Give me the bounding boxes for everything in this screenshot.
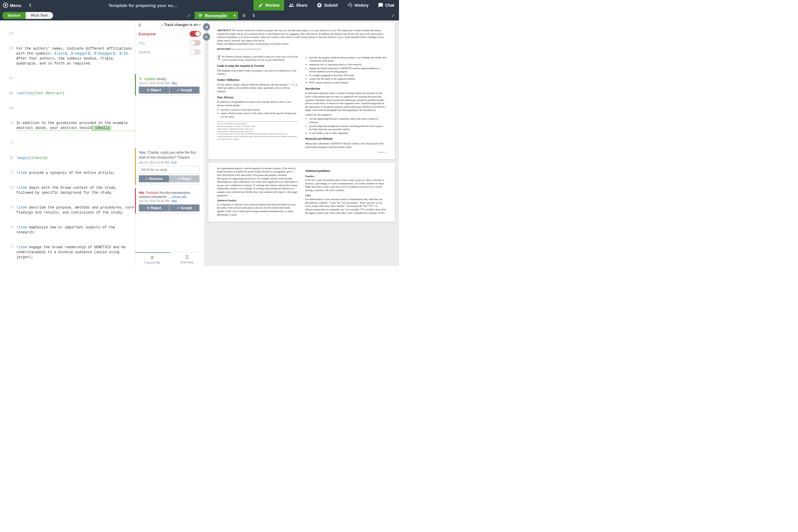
go-to-code-icon[interactable]: ➜ [203, 33, 210, 40]
source-tab[interactable]: Source [2, 12, 26, 19]
top-bar: Menu ⬆ Template for preparing your su… R… [0, 0, 399, 11]
expand-pdf-icon[interactable]: ⤢ [390, 13, 397, 18]
pdf-page-2: the experimental analysis could be repea… [208, 163, 395, 222]
editor-mode-pill: Source Rich Text [2, 12, 53, 19]
pdf-page-1: ABSTRACT The abstract should be written … [208, 22, 395, 159]
submit-button[interactable]: Submit [312, 0, 342, 11]
file-icon: 🗎 [150, 255, 155, 260]
history-button[interactable]: History [343, 0, 373, 11]
download-icon[interactable]: ⬇ [250, 13, 257, 18]
strike-icon: Ab [139, 190, 144, 195]
pdf-viewer[interactable]: ABSTRACT The abstract should be written … [204, 20, 399, 266]
comment-reply-input[interactable] [139, 166, 200, 173]
resolve-button[interactable]: ✓ Resolve [139, 175, 169, 182]
delete-reject-button[interactable]: ✕ Reject [139, 205, 169, 211]
track-guests-toggle[interactable] [190, 49, 201, 55]
show-all-link[interactable]: (show all) [171, 195, 186, 199]
toggle-review-icon[interactable]: ◧ [138, 23, 142, 27]
pane-nav-arrows: ➜ ➜ [203, 23, 210, 43]
accept-button[interactable]: ✓ Accept [169, 87, 200, 94]
refresh-icon: ⟳ [198, 13, 203, 18]
menu-button[interactable]: Menu [10, 3, 21, 8]
delete-accept-button[interactable]: ✓ Accept [169, 205, 200, 211]
review-panel: ◧ ●Track changes is on▾ Everyone You Gue… [135, 20, 204, 266]
overview-tab[interactable]: ☰Overview [170, 252, 205, 266]
go-to-pdf-icon[interactable]: ➜ [203, 23, 210, 30]
overleaf-logo[interactable] [3, 3, 8, 8]
review-button[interactable]: Review [253, 0, 284, 11]
rich-text-tab[interactable]: Rich Text [26, 12, 53, 19]
reject-button[interactable]: ✕ Reject [139, 87, 169, 94]
current-file-tab[interactable]: 🗎Current file [135, 252, 170, 266]
share-button[interactable]: Share [284, 0, 312, 11]
deleted-change-card: AbDeleted For the introduction, authors … [135, 188, 203, 213]
chat-button[interactable]: Chat [373, 0, 399, 11]
up-arrow-icon[interactable]: ⬆ [28, 3, 32, 8]
code-editor[interactable]: 65 66For the authors' names, indicate di… [0, 20, 135, 266]
list-icon: ☰ [185, 254, 189, 260]
reply-button[interactable]: ↩ Reply [169, 175, 200, 182]
track-everyone-row: Everyone [135, 30, 204, 38]
recompile-menu-caret[interactable]: ▾ [231, 12, 238, 19]
track-you-row: You [135, 38, 204, 48]
logs-icon[interactable]: 🗎 [240, 13, 248, 18]
track-everyone-toggle[interactable] [190, 31, 201, 37]
comment-card: You: Charlie, could you write the first … [135, 148, 203, 185]
expand-editor-icon[interactable]: ⤢ [185, 13, 192, 18]
track-guests-row: Guests [135, 48, 204, 57]
second-bar: Source Rich Text ⤢ ⟳Recompile ▾ 🗎 ⬇ ⤢ [0, 11, 399, 20]
track-you-toggle[interactable] [190, 40, 201, 46]
pencil-icon: ✎ [139, 76, 142, 81]
added-change-card: ✎Addedideally Jan 22, 2019 10:45 PM • Yo… [135, 74, 203, 95]
recompile-button[interactable]: ⟳Recompile [194, 12, 231, 19]
project-title: Template for preparing your su… [32, 3, 253, 8]
